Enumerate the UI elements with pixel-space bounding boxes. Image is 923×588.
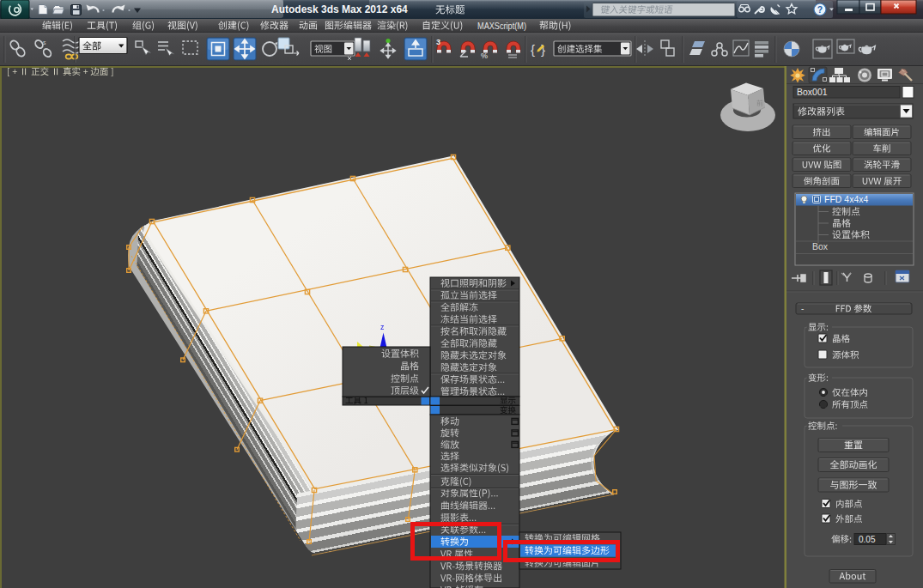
svg-text:}: }	[541, 42, 545, 57]
svg-text:MAXScript(M): MAXScript(M)	[477, 21, 526, 31]
svg-text:%: %	[481, 52, 488, 60]
svg-text:FFD 4x4x4: FFD 4x4x4	[824, 194, 869, 204]
svg-text:Box001: Box001	[797, 87, 828, 97]
svg-text:Autodesk 3ds Max 2012 x64: Autodesk 3ds Max 2012 x64	[271, 3, 408, 15]
svg-text:?: ?	[817, 4, 823, 15]
svg-text:Box: Box	[812, 241, 829, 252]
svg-text:-: -	[801, 304, 804, 313]
svg-text:{: {	[531, 42, 535, 57]
svg-text:s: s	[43, 39, 46, 45]
svg-text:3: 3	[436, 38, 440, 46]
svg-text:0.05: 0.05	[859, 535, 876, 544]
